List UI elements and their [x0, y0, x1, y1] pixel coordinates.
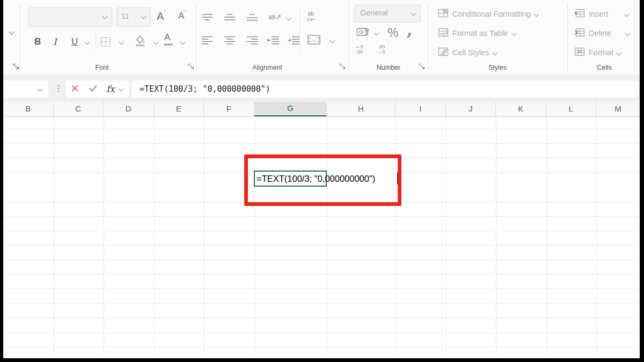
column-header[interactable]: E: [154, 102, 204, 116]
merge-dropdown-chevron-icon[interactable]: [330, 38, 335, 43]
name-box-chevron-icon[interactable]: [38, 87, 43, 92]
delete-cells-button[interactable]: Delete: [574, 27, 630, 40]
excel-window: { "ribbon": { "font": { "label": "Font",…: [0, 0, 644, 362]
number-dialog-launcher-icon[interactable]: [419, 63, 426, 70]
insert-function-button[interactable]: fx: [106, 84, 115, 94]
align-left-button[interactable]: [201, 35, 214, 45]
cancel-button[interactable]: [71, 84, 79, 94]
column-header[interactable]: J: [446, 102, 496, 116]
cell-styles-button[interactable]: Cell Styles: [438, 46, 497, 59]
divider: [299, 8, 300, 54]
group-separator: [349, 3, 349, 72]
column-header[interactable]: C: [54, 102, 104, 116]
chevron-down-icon: [492, 50, 497, 55]
alignment-dialog-launcher-icon[interactable]: [339, 63, 346, 70]
formula-buttons: fx: [65, 80, 129, 98]
italic-button[interactable]: I: [53, 32, 57, 51]
merge-center-button[interactable]: ↔: [307, 34, 321, 45]
accounting-format-button[interactable]: [356, 27, 370, 38]
format-as-table-button[interactable]: Format as Table: [438, 27, 516, 40]
chevron-down-icon: [511, 31, 516, 36]
increase-font-size-button[interactable]: Aˆ: [157, 10, 166, 23]
align-top-button[interactable]: [201, 13, 214, 23]
font-size-value: 11: [121, 12, 129, 20]
grid-column-line: [154, 117, 155, 358]
excel-app: 11 Aˆ Aˇ B I U A Font: [3, 0, 640, 358]
grid-column-line: [204, 117, 204, 358]
orientation-dropdown-chevron-icon[interactable]: [286, 16, 291, 21]
column-header[interactable]: I: [396, 102, 446, 116]
bold-button[interactable]: B: [34, 32, 41, 51]
borders-button[interactable]: [100, 36, 112, 48]
font-color-button[interactable]: A: [164, 32, 170, 43]
clipboard-dialog-launcher-icon[interactable]: [13, 63, 20, 70]
accounting-dropdown-chevron-icon[interactable]: [374, 31, 379, 36]
decrease-font-size-button[interactable]: Aˇ: [178, 10, 186, 21]
alignment-group-label: Alignment: [198, 64, 336, 71]
grid-column-line: [596, 117, 597, 358]
enter-button[interactable]: [89, 84, 98, 94]
grid-column-line: [54, 117, 54, 358]
format-cells-button[interactable]: Format: [574, 46, 621, 59]
fill-color-button[interactable]: [134, 34, 146, 47]
percent-style-button[interactable]: %: [387, 26, 398, 40]
align-center-button[interactable]: [223, 35, 236, 45]
orientation-button[interactable]: ab↗: [268, 13, 281, 21]
chevron-down-icon: [625, 31, 630, 36]
grid-column-line: [327, 117, 327, 358]
fill-color-dropdown-chevron-icon[interactable]: [153, 40, 159, 45]
divider: [96, 33, 96, 49]
format-cells-icon: [574, 47, 585, 58]
font-group-label: Font: [57, 64, 147, 71]
comma-style-button[interactable]: ,: [407, 20, 412, 39]
align-right-button[interactable]: [246, 35, 259, 45]
cells-group-label: Cells: [569, 64, 639, 71]
align-bottom-button[interactable]: [246, 13, 259, 23]
decrease-indent-button[interactable]: [266, 35, 280, 45]
fx-dropdown-chevron-icon[interactable]: [118, 86, 123, 91]
increase-indent-button[interactable]: [287, 35, 301, 45]
wrap-text-button[interactable]: abc↩: [307, 11, 315, 23]
chevron-down-icon: [616, 50, 621, 55]
column-header[interactable]: B: [3, 102, 54, 116]
svg-text:↔: ↔: [312, 38, 317, 43]
name-box[interactable]: [3, 80, 48, 98]
ribbon: 11 Aˆ Aˇ B I U A Font: [3, 0, 640, 76]
underline-dropdown-chevron-icon[interactable]: [85, 40, 90, 45]
column-header[interactable]: D: [104, 102, 154, 116]
formula-bar-grip-icon[interactable]: ⋮: [55, 75, 63, 102]
group-separator: [567, 3, 568, 72]
column-header[interactable]: L: [546, 102, 597, 116]
grid-column-line: [104, 117, 104, 358]
column-header[interactable]: F: [204, 102, 254, 116]
insert-cells-icon: [574, 9, 585, 20]
font-color-dropdown-chevron-icon[interactable]: [180, 40, 186, 45]
group-separator: [196, 3, 196, 72]
conditional-formatting-button[interactable]: Conditional Formatting: [438, 8, 538, 20]
conditional-formatting-icon: [438, 9, 449, 20]
delete-cells-icon: [574, 28, 585, 39]
insert-cells-button[interactable]: Insert: [574, 8, 628, 20]
font-size-select[interactable]: 11: [116, 8, 151, 27]
red-annotation-box: [244, 154, 401, 206]
borders-dropdown-chevron-icon[interactable]: [119, 40, 125, 45]
spreadsheet-grid[interactable]: =TEXT(100/3; "0,000000000"): [3, 117, 640, 358]
grid-row-lines: [3, 117, 640, 358]
increase-decimal-button[interactable]: ←0.00: [355, 44, 363, 55]
chevron-down-icon: [624, 11, 630, 17]
column-header[interactable]: K: [496, 102, 546, 116]
formula-input[interactable]: =TEXT(100/3; "0,000000000"): [132, 80, 639, 98]
align-middle-button[interactable]: [223, 13, 236, 23]
grid-column-line: [254, 117, 255, 358]
group-separator: [20, 3, 20, 72]
group-separator: [428, 3, 428, 72]
paste-dropdown-chevron-icon[interactable]: [9, 29, 14, 35]
font-dialog-launcher-icon[interactable]: [188, 63, 195, 70]
column-header-selected[interactable]: G: [254, 102, 327, 116]
underline-button[interactable]: U: [71, 32, 78, 51]
font-name-select[interactable]: [28, 8, 112, 27]
orientation-arrow-icon: ↗: [275, 13, 281, 21]
column-header[interactable]: H: [327, 102, 396, 116]
decrease-decimal-button[interactable]: .00→0: [377, 44, 385, 55]
column-header[interactable]: M: [596, 102, 640, 116]
